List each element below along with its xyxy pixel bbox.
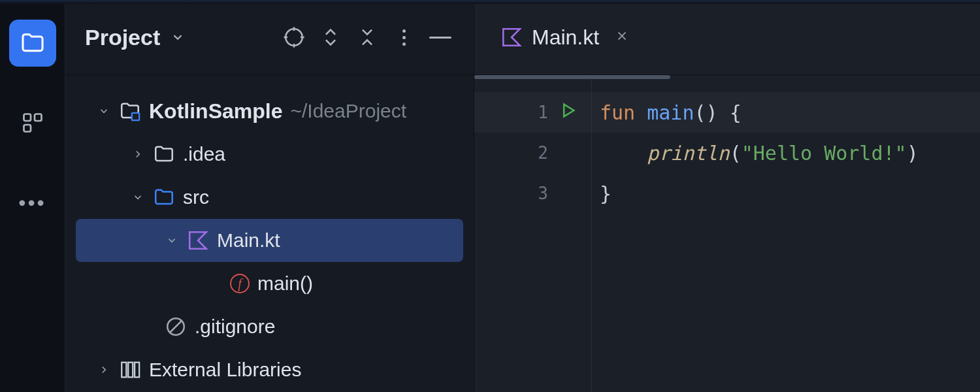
minimize-icon: [429, 37, 451, 39]
hide-panel-button[interactable]: [427, 24, 454, 51]
folder-icon: [20, 30, 46, 56]
svg-rect-12: [128, 363, 133, 378]
tree-node-extlib[interactable]: External Libraries: [76, 348, 463, 391]
vertical-dots-icon: [402, 29, 406, 33]
line-number: 3: [538, 184, 548, 203]
svg-rect-8: [132, 113, 139, 120]
mainfn-label: main(): [257, 272, 313, 295]
editor-tab-bar: Main.kt: [474, 0, 980, 75]
code-line-3[interactable]: }: [592, 173, 980, 214]
code-line-2[interactable]: println("Hello World!"): [592, 133, 980, 173]
svg-rect-0: [24, 114, 31, 122]
ellipsis-icon: •••: [18, 191, 46, 215]
tree-node-idea[interactable]: .idea: [76, 133, 463, 176]
close-tab-button[interactable]: [615, 27, 629, 48]
chevron-down-icon[interactable]: [97, 104, 111, 118]
svg-rect-11: [122, 363, 126, 378]
more-tools-button[interactable]: •••: [9, 179, 56, 226]
tree-node-gitignore[interactable]: .gitignore: [76, 305, 463, 348]
svg-rect-2: [24, 125, 31, 132]
line-number: 2: [538, 143, 548, 163]
chevron-right-icon[interactable]: [131, 147, 145, 161]
editor-gutter: 1 2 3: [474, 75, 592, 392]
code-line-1[interactable]: fun main() {: [592, 92, 980, 133]
folder-icon: [153, 143, 175, 165]
editor-tab-mainkt[interactable]: Main.kt: [500, 25, 629, 50]
close-icon: [615, 29, 629, 43]
extlib-label: External Libraries: [149, 359, 301, 381]
project-panel: Project KotlinSample ~/IdeaProje: [65, 0, 474, 392]
project-view-selector[interactable]: Project: [85, 25, 185, 50]
gutter-row-1[interactable]: 1: [474, 92, 591, 133]
gitignore-label: .gitignore: [195, 316, 275, 338]
editor-body[interactable]: 1 2 3 fun main() { println("Hello World!…: [474, 75, 980, 392]
editor-area: Main.kt 1 2 3 fun main() {: [474, 0, 980, 392]
tree-node-root[interactable]: KotlinSample ~/IdeaProject: [76, 90, 463, 133]
play-icon: [559, 101, 577, 120]
ignore-file-icon: [165, 316, 187, 338]
expand-icon: [319, 26, 342, 48]
root-label: KotlinSample: [149, 99, 282, 123]
line-number: 1: [538, 103, 548, 122]
expand-all-button[interactable]: [317, 24, 344, 51]
chevron-right-icon[interactable]: [97, 363, 111, 377]
tree-node-mainkt[interactable]: Main.kt: [76, 219, 463, 262]
structure-tool-button[interactable]: [9, 99, 56, 146]
svg-rect-13: [135, 363, 139, 378]
svg-point-3: [286, 29, 302, 46]
src-label: src: [183, 186, 209, 208]
tree-node-mainfn[interactable]: f main(): [76, 262, 463, 305]
chevron-down-icon[interactable]: [131, 190, 145, 204]
project-folder-icon: [119, 100, 141, 122]
gutter-row-2[interactable]: 2: [474, 133, 591, 173]
tree-node-src[interactable]: src: [76, 176, 463, 219]
run-gutter-button[interactable]: [559, 101, 577, 123]
project-tool-button[interactable]: [9, 20, 56, 67]
root-path: ~/IdeaProject: [290, 100, 406, 122]
libraries-icon: [119, 359, 141, 381]
title-bar: [0, 0, 980, 4]
project-tree[interactable]: KotlinSample ~/IdeaProject .idea src: [65, 75, 474, 392]
chevron-down-icon: [171, 30, 185, 44]
editor-tab-label: Main.kt: [532, 25, 599, 50]
target-icon: [283, 26, 305, 48]
panel-options-button[interactable]: [390, 24, 417, 51]
svg-line-10: [171, 321, 182, 333]
collapse-all-button[interactable]: [353, 24, 381, 51]
structure-icon: [21, 111, 44, 135]
chevron-down-icon[interactable]: [165, 233, 179, 248]
kotlin-file-icon: [187, 229, 209, 252]
project-panel-title: Project: [85, 25, 160, 50]
svg-rect-1: [35, 114, 42, 122]
idea-label: .idea: [183, 143, 225, 165]
collapse-icon: [356, 26, 378, 48]
mainkt-label: Main.kt: [217, 229, 280, 252]
tool-rail: •••: [0, 0, 65, 392]
function-icon: f: [230, 274, 250, 293]
kotlin-file-icon: [500, 26, 523, 48]
project-panel-header: Project: [65, 0, 474, 75]
select-opened-file-button[interactable]: [280, 24, 308, 51]
horizontal-scrollbar[interactable]: [474, 75, 670, 79]
source-folder-icon: [153, 186, 175, 208]
gutter-row-3[interactable]: 3: [474, 173, 591, 214]
code-content[interactable]: fun main() { println("Hello World!") }: [592, 75, 980, 392]
